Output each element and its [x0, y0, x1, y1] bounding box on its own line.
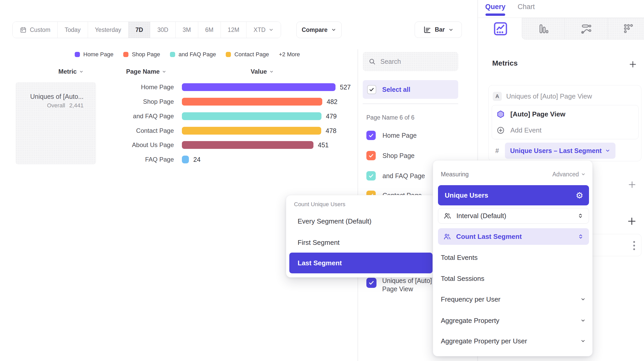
column-header-metric[interactable]: Metric [58, 67, 84, 76]
date-range-6m[interactable]: 6M [198, 22, 221, 38]
date-range-label: Today [65, 26, 80, 33]
dropdown-header: Count Unique Users [294, 201, 345, 208]
chart-tab-funnels[interactable] [522, 18, 565, 39]
filter-divider [363, 103, 458, 104]
chevron-down-icon [580, 338, 586, 344]
legend-item[interactable]: Contact Page [226, 51, 269, 58]
measuring-option-label: Total Sessions [441, 275, 484, 283]
segment-option[interactable]: First Segment [298, 237, 340, 248]
users-icon [443, 212, 451, 220]
segment-option[interactable]: Every Segment (Default) [298, 216, 372, 226]
bar-value: 527 [340, 83, 351, 91]
legend-swatch [226, 52, 231, 57]
legend-label: Home Page [83, 51, 113, 58]
event-card: [Auto] Page View Add Event [492, 105, 639, 139]
column-header-segment[interactable]: Page Name [126, 67, 166, 76]
select-updown-icon [578, 233, 584, 240]
chart-tab-insights[interactable] [479, 18, 522, 39]
measuring-label: Measuring [441, 171, 469, 178]
bar-faq-page[interactable] [182, 156, 189, 163]
measuring-option-aggregate-property-per-user[interactable]: Aggregate Property per User [441, 336, 586, 346]
add-breakdown-button[interactable] [627, 216, 637, 226]
legend-more[interactable]: +2 More [279, 51, 300, 58]
date-range-30d[interactable]: 30D [150, 22, 175, 38]
bar-shop-page[interactable] [182, 98, 322, 106]
advanced-toggle[interactable]: Advanced [552, 171, 586, 178]
date-range-3m[interactable]: 3M [175, 22, 198, 38]
metric-badge: A [493, 92, 502, 101]
measuring-option-aggregate-property[interactable]: Aggregate Property [441, 315, 586, 326]
bar-home-page[interactable] [182, 83, 335, 91]
filter-group-label: Page Name 6 of 6 [366, 114, 414, 121]
measure-row: # Unique Users – Last Segment [495, 143, 615, 159]
metric-row[interactable]: A Uniques of [Auto] Page View [493, 92, 592, 101]
tab-query[interactable]: Query [485, 3, 505, 11]
date-range-label: Yesterday [95, 26, 121, 33]
count-unique-users-dropdown: Count Unique Users Every Segment (Defaul… [286, 195, 436, 277]
date-range-yesterday[interactable]: Yesterday [88, 22, 128, 38]
checkbox[interactable] [366, 278, 376, 288]
bar-contact-page[interactable] [182, 127, 321, 135]
gear-icon[interactable]: ⚙ [576, 191, 583, 200]
measure-pill[interactable]: Unique Users – Last Segment [505, 143, 615, 159]
tab-chart[interactable]: Chart [518, 3, 535, 11]
filter-item-label: and FAQ Page [382, 172, 425, 180]
measuring-option-frequency-per-user[interactable]: Frequency per User [441, 294, 586, 304]
add-filter-button[interactable] [627, 180, 637, 189]
measuring-suboption-interval[interactable]: Interval (Default) [438, 208, 589, 224]
measuring-option-label: Frequency per User [441, 295, 501, 303]
event-row[interactable]: [Auto] Page View [496, 109, 565, 119]
check-icon [368, 133, 374, 138]
date-range-custom[interactable]: Custom [13, 22, 57, 38]
chevron-down-icon [448, 27, 454, 32]
bar-row-label: Shop Page [99, 98, 174, 106]
select-all-row[interactable]: Select all [363, 80, 458, 99]
chart-tab-retention[interactable] [608, 18, 644, 39]
add-metric-button[interactable] [628, 60, 637, 69]
funnel-icon [538, 23, 549, 34]
filter-item-shop-page[interactable]: Shop Page [366, 150, 415, 161]
date-range-12m[interactable]: 12M [221, 22, 246, 38]
chevron-down-icon [269, 70, 274, 74]
legend-swatch [75, 52, 80, 57]
column-header-value[interactable]: Value [251, 67, 274, 76]
legend-item[interactable]: and FAQ Page [170, 51, 216, 58]
chart-tab-flows[interactable] [565, 18, 607, 39]
checkbox[interactable] [366, 171, 376, 180]
add-event-row[interactable]: Add Event [496, 126, 542, 135]
measuring-option-label: Total Events [441, 254, 478, 262]
search-icon [368, 58, 376, 65]
measuring-suboption-count-last-segment[interactable]: Count Last Segment [438, 228, 589, 245]
legend-item[interactable]: Home Page [75, 51, 113, 58]
date-range-7d[interactable]: 7D [128, 22, 150, 38]
legend-item[interactable]: Shop Page [123, 51, 160, 58]
date-range-today[interactable]: Today [57, 22, 87, 38]
event-name: [Auto] Page View [510, 110, 565, 118]
chevron-down-icon [162, 70, 166, 74]
measuring-option-label: Aggregate Property [441, 317, 499, 325]
chart-legend: Home Page Shop Page and FAQ Page Contact… [75, 50, 300, 59]
segment-option-selected[interactable]: Last Segment [289, 253, 433, 273]
metric-row-title: Uniques of [Auto] Page View [506, 92, 592, 100]
checkbox[interactable] [366, 131, 376, 140]
bar-and-faq-page[interactable] [182, 112, 321, 120]
select-all-checkbox[interactable] [367, 85, 376, 94]
check-icon [368, 280, 375, 286]
measuring-option-total-events[interactable]: Total Events [441, 252, 586, 263]
search-box[interactable] [363, 52, 458, 71]
checkbox[interactable] [366, 151, 376, 160]
metric-summary-card[interactable]: Uniques of [Auto... Overall2,441 [16, 82, 96, 164]
compare-button[interactable]: Compare [296, 22, 342, 38]
bar-about-us-page[interactable] [182, 141, 313, 149]
filter-item-and-faq-page[interactable]: and FAQ Page [366, 170, 425, 181]
chart-type-button[interactable]: Bar [415, 22, 462, 38]
search-input[interactable] [380, 58, 445, 65]
bar-value: 451 [318, 141, 329, 149]
date-range-xtd[interactable]: XTD [246, 22, 281, 38]
bar-row-label: Contact Page [99, 127, 174, 135]
legend-label: and FAQ Page [179, 51, 216, 58]
filter-item-home-page[interactable]: Home Page [366, 130, 417, 141]
measuring-option-total-sessions[interactable]: Total Sessions [441, 273, 586, 284]
measuring-option-unique-users[interactable]: Unique Users ⚙ [438, 185, 589, 205]
kebab-menu-icon[interactable] [633, 240, 635, 251]
